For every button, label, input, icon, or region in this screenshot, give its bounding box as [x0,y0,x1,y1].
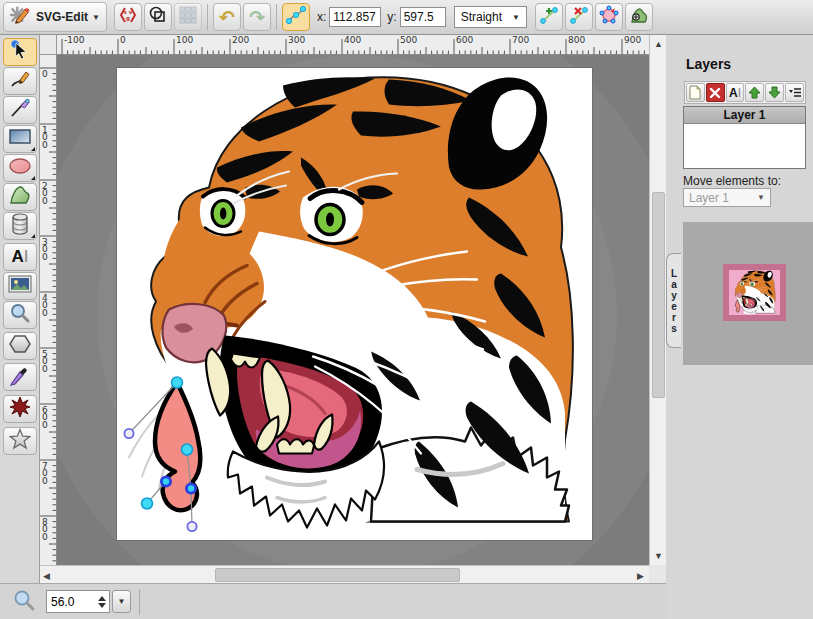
tool-star[interactable] [3,427,37,455]
layer-list[interactable]: Layer 1 [683,106,806,169]
tool-shape-library[interactable] [3,212,37,240]
redo-icon: ↷ [249,8,265,27]
layer-list-item[interactable]: Layer 1 [684,107,805,124]
zoom-presets-button[interactable]: ▼ [112,590,131,613]
ellipse-icon [8,157,32,179]
svg-text:900: 900 [624,35,641,45]
tool-polygon[interactable] [3,332,37,360]
tool-eyedropper[interactable] [3,363,37,391]
spin-down-icon[interactable] [98,603,106,608]
zoom-spinner[interactable] [95,591,109,612]
menu-icon [788,87,802,99]
layers-tab-letter: a [671,279,677,290]
add-node-icon [539,5,559,29]
new-layer-button[interactable] [686,83,705,102]
line-icon [9,97,31,123]
grid-icon [179,6,197,28]
path-node-point[interactable] [182,444,193,455]
rename-icon: AI [729,86,741,100]
rename-layer-button[interactable]: AI [726,83,745,102]
horizontal-scroll-thumb[interactable] [215,568,460,582]
move-elements-value: Layer 1 [689,191,729,205]
move-layer-down-button[interactable] [765,83,784,102]
tool-pencil[interactable] [3,67,37,95]
tool-text[interactable]: AI [3,243,37,271]
redo-button[interactable]: ↷ [243,3,271,31]
svg-text:200: 200 [42,181,48,206]
chevron-down-icon: ▼ [512,13,520,22]
path-node-point[interactable] [172,377,183,388]
horizontal-scrollbar[interactable]: ◀ ▶ [40,565,649,583]
svg-text:100: 100 [176,35,193,45]
zoom-level-input[interactable] [47,593,95,611]
spin-up-icon[interactable] [98,596,106,601]
source-code-button[interactable]: s v g [114,3,142,31]
svg-canvas[interactable] [117,68,592,540]
move-elements-select[interactable]: Layer 1 ▼ [683,188,771,207]
svg-text:600: 600 [456,35,473,45]
tool-starburst[interactable] [3,395,37,423]
scroll-down-icon[interactable]: ▼ [654,550,663,562]
delete-x-icon [709,87,721,99]
star-icon [9,428,31,454]
main-menu-button[interactable]: SVG-Edit ▼ [3,2,107,32]
tool-line[interactable] [3,96,37,124]
layers-panel-handle[interactable]: Layers [666,253,681,348]
path-node-selected[interactable] [186,484,195,493]
delete-layer-button[interactable] [706,83,725,102]
path-node-selected[interactable] [161,477,170,486]
svg-text:200: 200 [232,35,249,45]
workspace[interactable] [57,55,649,565]
vertical-scrollbar[interactable]: ▲ ▼ [649,35,666,565]
layers-panel: Layers Layers AI [666,35,813,619]
flyout-arrow-icon [31,234,35,238]
add-subpath-button[interactable] [625,3,653,31]
tool-ellipse[interactable] [3,154,37,182]
layers-tab-letter: L [671,268,677,279]
y-coordinate-label: y: [387,10,396,24]
arrow-up-icon [748,86,761,99]
path-node-point[interactable] [142,498,153,509]
source-code-icon: s v g [118,5,138,29]
document-properties-button[interactable] [144,3,172,31]
layers-tab-letter: s [671,323,677,334]
delete-node-button[interactable] [565,3,593,31]
tool-select[interactable] [3,38,37,66]
tool-path[interactable] [3,183,37,211]
y-coordinate-input[interactable] [400,7,446,27]
eyedropper-icon [9,364,31,390]
scroll-up-icon[interactable]: ▲ [654,38,663,50]
undo-button[interactable]: ↶ [213,3,241,31]
layer-thumbnail [729,270,780,315]
layer-thumbnail-frame [723,264,786,321]
tool-image[interactable] [3,272,37,300]
scroll-right-icon[interactable]: ▶ [637,570,644,582]
path-node-control[interactable] [124,429,133,438]
pencil-icon [9,68,31,94]
move-layer-up-button[interactable] [745,83,764,102]
grid-button[interactable] [174,3,202,31]
svg-text:700: 700 [42,461,48,486]
tool-rectangle[interactable] [3,125,37,153]
open-close-path-button[interactable] [595,3,623,31]
ruler-corner [40,35,57,55]
tool-zoom[interactable] [3,301,37,329]
segment-type-select[interactable]: Straight ▼ [454,6,527,28]
top-toolbar: SVG-Edit ▼ s v g [0,0,813,35]
chevron-down-icon: ▼ [757,193,765,202]
vertical-scroll-thumb[interactable] [652,192,665,398]
layers-panel-title: Layers [686,56,731,72]
x-coordinate-input[interactable] [329,7,381,27]
layer-menu-button[interactable] [785,83,804,102]
open-close-path-icon [599,5,619,29]
svg-text:300: 300 [42,237,48,262]
svg-text:0: 0 [120,35,126,45]
link-control-points-icon [286,5,306,29]
add-node-button[interactable] [535,3,563,31]
scroll-left-icon[interactable]: ◀ [43,570,50,582]
bottom-separator [139,589,140,615]
rectangle-icon [8,128,32,150]
pencil-logo-icon [10,4,32,30]
link-control-points-button[interactable] [282,3,310,31]
path-node-control[interactable] [187,522,196,531]
